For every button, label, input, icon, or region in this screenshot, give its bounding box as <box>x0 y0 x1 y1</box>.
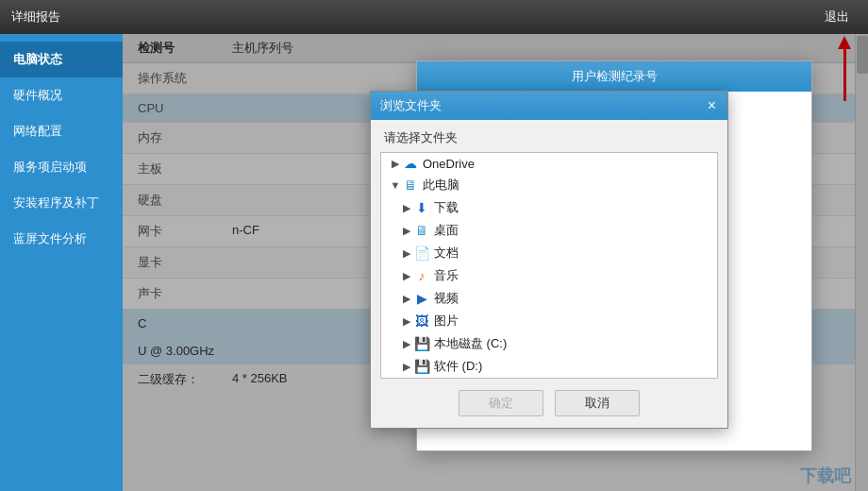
onedrive-label: OneDrive <box>423 157 475 171</box>
app-title: 详细报告 <box>11 8 60 25</box>
app-window: 详细报告 退出 电脑状态 硬件概况 网络配置 服务项启动项 安装程序及补丁 蓝屏… <box>0 0 868 491</box>
tree-item-downloads[interactable]: ▶ ⬇ 下载 <box>381 196 717 219</box>
onedrive-icon: ☁ <box>402 156 419 171</box>
tree-item-desktop[interactable]: ▶ 🖥 桌面 <box>381 219 717 242</box>
drive-c-icon: 💾 <box>413 336 430 351</box>
documents-label: 文档 <box>434 245 459 262</box>
tree-item-drive-d[interactable]: ▶ 💾 软件 (D:) <box>381 355 717 378</box>
expand-icon-pictures[interactable]: ▶ <box>400 315 413 328</box>
sidebar-item-network-config[interactable]: 网络配置 <box>0 113 123 149</box>
tree-item-documents[interactable]: ▶ 📄 文档 <box>381 242 717 264</box>
expand-icon-drive-d[interactable]: ▶ <box>400 361 413 373</box>
sidebar-item-bluescreen-analysis[interactable]: 蓝屏文件分析 <box>0 221 123 257</box>
sidebar-item-computer-status[interactable]: 电脑状态 <box>0 42 123 77</box>
confirm-button[interactable]: 确定 <box>459 390 543 416</box>
documents-icon: 📄 <box>413 246 430 261</box>
downloads-icon: ⬇ <box>413 200 430 215</box>
expand-icon-onedrive[interactable]: ▶ <box>389 158 402 170</box>
expand-icon-videos[interactable]: ▶ <box>400 293 413 305</box>
title-bar: 详细报告 退出 <box>0 0 868 34</box>
main-content: 电脑状态 硬件概况 网络配置 服务项启动项 安装程序及补丁 蓝屏文件分析 <box>0 34 868 491</box>
sidebar-item-hardware-overview[interactable]: 硬件概况 <box>0 77 123 113</box>
browse-tree[interactable]: ▶ ☁ OneDrive ▼ 🖥 此电脑 ▶ <box>380 152 718 379</box>
thispc-icon: 🖥 <box>402 178 419 193</box>
tree-item-music[interactable]: ▶ ♪ 音乐 <box>381 264 717 287</box>
logout-button[interactable]: 退出 <box>817 5 857 29</box>
expand-icon-thispc[interactable]: ▼ <box>389 179 402 191</box>
sidebar: 电脑状态 硬件概况 网络配置 服务项启动项 安装程序及补丁 蓝屏文件分析 <box>0 34 123 491</box>
browse-dialog-title: 浏览文件夹 <box>380 97 442 114</box>
browse-buttons: 确定 取消 <box>371 379 727 428</box>
desktop-icon: 🖥 <box>413 223 430 238</box>
music-label: 音乐 <box>434 267 459 284</box>
tree-item-videos[interactable]: ▶ ▶ 视频 <box>381 287 717 310</box>
drive-c-label: 本地磁盘 (C:) <box>434 335 507 352</box>
browse-dialog-subtitle: 请选择文件夹 <box>371 120 727 152</box>
browse-dialog-titlebar: 浏览文件夹 × <box>371 92 727 120</box>
sidebar-item-installed-programs[interactable]: 安装程序及补丁 <box>0 185 123 221</box>
tree-item-pictures[interactable]: ▶ 🖼 图片 <box>381 310 717 332</box>
pictures-label: 图片 <box>434 313 459 330</box>
expand-icon-music[interactable]: ▶ <box>400 270 413 282</box>
modal-overlay: 用户检测纪录号 浏览文件夹 × 请选择文件夹 <box>123 34 868 491</box>
cancel-button[interactable]: 取消 <box>555 390 640 416</box>
pictures-icon: 🖼 <box>413 313 430 329</box>
expand-icon-drive-c[interactable]: ▶ <box>400 338 413 350</box>
sidebar-item-service-startup[interactable]: 服务项启动项 <box>0 149 123 185</box>
thispc-label: 此电脑 <box>423 177 459 194</box>
tree-item-thispc[interactable]: ▼ 🖥 此电脑 <box>381 174 717 196</box>
user-dialog-title: 用户检测纪录号 <box>417 61 811 92</box>
videos-label: 视频 <box>434 290 459 307</box>
browse-folder-dialog[interactable]: 浏览文件夹 × 请选择文件夹 ▶ ☁ OneDrive <box>370 91 728 429</box>
tree-item-onedrive[interactable]: ▶ ☁ OneDrive <box>381 153 717 174</box>
expand-icon-desktop[interactable]: ▶ <box>400 225 413 237</box>
videos-icon: ▶ <box>413 291 430 306</box>
desktop-label: 桌面 <box>434 222 459 239</box>
browse-close-button[interactable]: × <box>706 98 718 113</box>
tree-item-drive-e[interactable]: ▶ 💾 本地磁盘 (E:) <box>381 378 717 379</box>
drive-d-label: 软件 (D:) <box>434 358 482 375</box>
drive-d-icon: 💾 <box>413 359 430 374</box>
downloads-label: 下载 <box>434 199 459 216</box>
music-icon: ♪ <box>413 268 430 283</box>
tree-item-drive-c[interactable]: ▶ 💾 本地磁盘 (C:) <box>381 332 717 355</box>
expand-icon-downloads[interactable]: ▶ <box>400 202 413 214</box>
content-area: 检测号 主机序列号 操作系统 CPU 内存 <box>123 34 868 491</box>
expand-icon-documents[interactable]: ▶ <box>400 247 413 260</box>
